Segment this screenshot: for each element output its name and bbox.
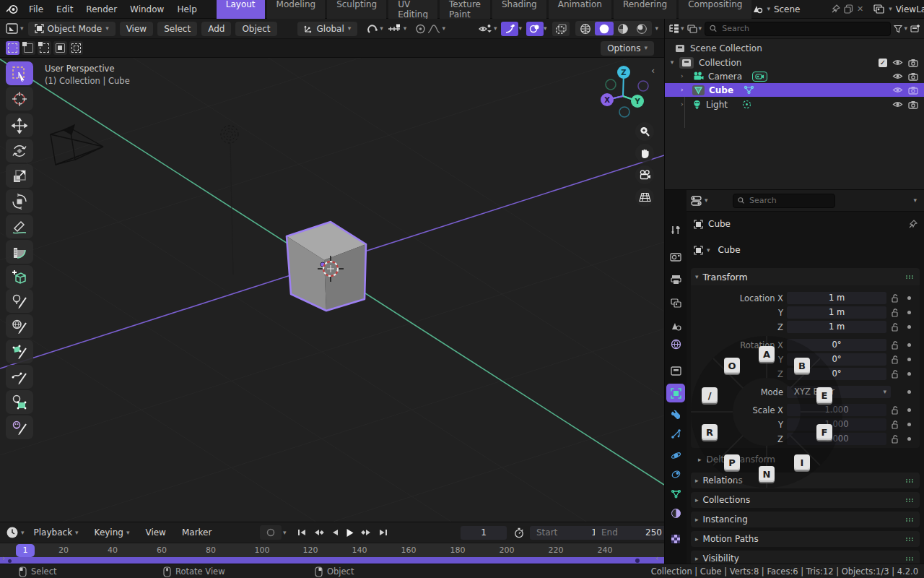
tool-scale[interactable] xyxy=(6,164,33,188)
toggle-perspective-button[interactable] xyxy=(635,188,654,207)
shading-material[interactable] xyxy=(614,22,632,35)
current-frame-badge[interactable]: 1 xyxy=(16,544,35,557)
outliner-row-collection[interactable]: ▾ Collection ✓ xyxy=(665,56,924,69)
caret-down-icon[interactable]: ▾ xyxy=(544,25,547,32)
tab-material[interactable] xyxy=(666,504,685,522)
tab-texture[interactable] xyxy=(666,530,685,548)
properties-search[interactable] xyxy=(733,194,835,208)
tool-add-cube[interactable] xyxy=(6,265,33,289)
prev-frame-button[interactable] xyxy=(331,528,339,537)
hide-eye-icon[interactable] xyxy=(892,72,903,80)
pin-icon[interactable] xyxy=(908,220,918,229)
outliner-row-cube[interactable]: › Cube xyxy=(665,83,924,97)
editor-type-button[interactable]: ▾ xyxy=(6,23,24,34)
jump-to-end-button[interactable] xyxy=(379,528,388,537)
auto-key-toggle[interactable] xyxy=(260,525,282,540)
lock-icon[interactable] xyxy=(892,435,899,444)
expand-caret-icon[interactable]: › xyxy=(681,101,692,108)
panel-instancing[interactable]: ▸Instancing xyxy=(691,512,920,527)
menu-view[interactable]: View xyxy=(120,22,153,36)
location-x-field[interactable]: 1 m xyxy=(787,292,886,304)
lock-icon[interactable] xyxy=(892,323,899,332)
start-frame-field[interactable]: Start1 xyxy=(530,526,603,540)
outliner-display-mode-button[interactable]: ▾ xyxy=(687,25,702,33)
tool-paint-light[interactable] xyxy=(6,289,33,313)
properties-editor-type-button[interactable]: ▾ xyxy=(691,196,708,206)
tool-annotate[interactable] xyxy=(6,215,33,238)
camera-view-button[interactable] xyxy=(635,165,654,184)
tool-paint-curve[interactable] xyxy=(6,365,33,389)
options-button[interactable]: Options ▾ xyxy=(601,41,654,56)
mode-selector[interactable]: Object Mode ▾ xyxy=(28,22,116,36)
lock-icon[interactable] xyxy=(892,294,899,303)
animate-dot[interactable] xyxy=(907,437,911,441)
tool-paint-world[interactable] xyxy=(6,314,33,338)
timeline-editor-type-button[interactable]: ▾ xyxy=(6,526,25,539)
rotation-x-field[interactable]: 0° xyxy=(787,339,886,351)
menu-edit[interactable]: Edit xyxy=(50,4,79,14)
outliner-search[interactable] xyxy=(705,22,891,36)
expand-caret-icon[interactable]: › xyxy=(681,87,692,93)
checkbox-icon[interactable]: ✓ xyxy=(879,59,887,67)
next-keyframe-button[interactable] xyxy=(361,528,372,537)
animate-dot[interactable] xyxy=(907,311,911,314)
menu-tl-view[interactable]: View xyxy=(139,525,172,540)
panel-grip-icon[interactable] xyxy=(905,478,915,483)
animate-dot[interactable] xyxy=(907,296,911,300)
navigation-gizmo[interactable]: Z X Y xyxy=(592,61,654,124)
scale-z-field[interactable]: 1.000 xyxy=(787,433,886,445)
animate-dot[interactable] xyxy=(907,325,911,329)
light-data-icon[interactable] xyxy=(742,100,751,109)
panel-grip-icon[interactable] xyxy=(905,537,915,542)
menu-render[interactable]: Render xyxy=(79,4,123,14)
tool-light-mesh[interactable] xyxy=(6,390,33,414)
current-frame-field[interactable]: 1 xyxy=(461,526,507,540)
menu-object[interactable]: Object xyxy=(235,22,276,36)
tool-measure[interactable] xyxy=(6,240,33,264)
animate-dot[interactable] xyxy=(907,343,911,347)
tool-paint-bulb[interactable] xyxy=(6,415,33,439)
play-button[interactable] xyxy=(346,528,354,538)
panel-collections[interactable]: ▸Collections xyxy=(691,492,920,508)
panel-grip-icon[interactable] xyxy=(905,517,915,522)
zoom-button[interactable] xyxy=(635,122,654,141)
disable-render-icon[interactable] xyxy=(908,72,918,81)
outliner-row-scene-collection[interactable]: Scene Collection xyxy=(665,41,924,55)
tab-modifiers[interactable] xyxy=(666,405,685,424)
animate-dot[interactable] xyxy=(907,372,911,376)
panel-motion-paths[interactable]: ▸Motion Paths xyxy=(691,531,920,547)
tab-tool[interactable] xyxy=(666,220,685,239)
mesh-data-icon[interactable] xyxy=(744,85,754,95)
tool-paint-mesh[interactable] xyxy=(6,340,33,363)
hide-eye-icon[interactable] xyxy=(892,86,903,94)
outliner-editor-type-button[interactable]: ▾ xyxy=(668,24,684,33)
end-frame-field[interactable]: End250 xyxy=(595,526,668,540)
camera-data-icon[interactable] xyxy=(752,72,767,82)
pin-icon[interactable] xyxy=(831,4,840,14)
menu-help[interactable]: Help xyxy=(170,4,203,14)
new-scene-icon[interactable] xyxy=(844,4,853,14)
animate-dot[interactable] xyxy=(907,423,911,426)
panel-grip-icon[interactable] xyxy=(905,498,915,503)
tab-output[interactable] xyxy=(666,270,685,289)
menu-window[interactable]: Window xyxy=(123,4,170,14)
menu-marker[interactable]: Marker xyxy=(175,525,218,540)
tab-render[interactable] xyxy=(666,247,685,266)
lock-icon[interactable] xyxy=(892,370,899,379)
tab-constraints[interactable] xyxy=(666,465,685,483)
hide-eye-icon[interactable] xyxy=(892,100,903,108)
animate-dot[interactable] xyxy=(907,390,911,394)
tab-physics[interactable] xyxy=(666,446,685,465)
panel-relations[interactable]: ▸Relations xyxy=(691,473,920,488)
lock-icon[interactable] xyxy=(892,341,899,350)
gizmos-toggle[interactable] xyxy=(501,22,518,36)
tool-rotate[interactable] xyxy=(6,139,33,163)
transform-orientation[interactable]: Global ▾ xyxy=(297,22,358,36)
properties-search-input[interactable] xyxy=(748,195,830,206)
tab-particles[interactable] xyxy=(666,424,685,443)
expand-caret-icon[interactable]: ▾ xyxy=(665,59,679,66)
caret-down-icon[interactable]: ▾ xyxy=(518,25,522,32)
animate-dot[interactable] xyxy=(907,358,911,361)
snap-target-button[interactable]: ▾ xyxy=(367,24,383,34)
panel-grip-icon[interactable] xyxy=(905,275,915,280)
